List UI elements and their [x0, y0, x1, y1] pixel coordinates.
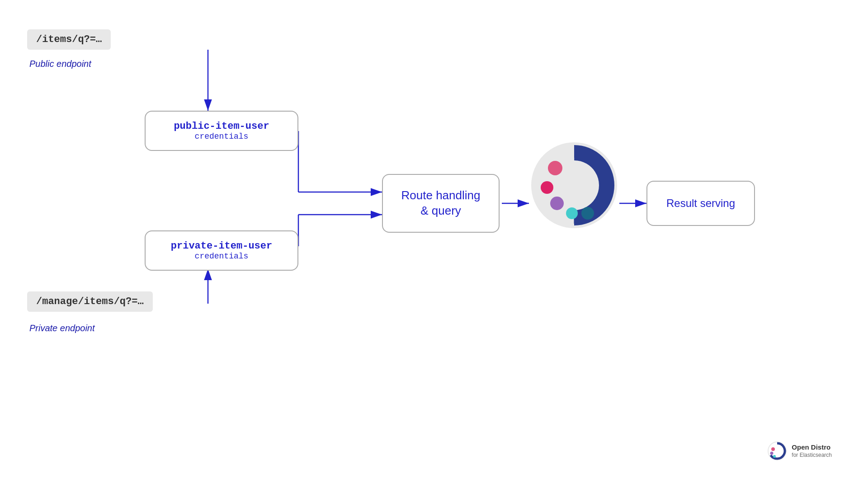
public-endpoint-sublabel: Public endpoint [29, 59, 91, 69]
public-cred-line2: credentials [195, 132, 249, 141]
result-serving-box: Result serving [646, 181, 755, 226]
result-serving-text: Result serving [666, 197, 735, 210]
svg-point-19 [773, 455, 776, 458]
diagram-container: /items/q?=… Public endpoint public-item-… [0, 0, 868, 488]
svg-point-14 [581, 207, 594, 220]
private-cred-box: private-item-user credentials [145, 230, 298, 271]
svg-point-18 [770, 452, 774, 455]
public-cred-line1: public-item-user [174, 121, 269, 132]
public-endpoint-box: /items/q?=… [27, 29, 111, 50]
route-box-text: Route handling & query [401, 188, 481, 219]
svg-point-13 [566, 207, 578, 219]
public-endpoint-label: /items/q?=… [36, 34, 102, 45]
private-endpoint-label: /manage/items/q?=… [36, 296, 144, 307]
svg-point-17 [771, 447, 775, 451]
private-cred-line1: private-item-user [171, 240, 272, 252]
opendistro-logo-icon [767, 441, 787, 461]
svg-point-11 [541, 181, 553, 194]
svg-point-10 [548, 161, 562, 175]
arrows-svg [0, 0, 868, 488]
svg-point-12 [550, 197, 564, 210]
private-cred-line2: credentials [195, 252, 249, 261]
donut-chart [529, 140, 619, 232]
private-endpoint-box: /manage/items/q?=… [27, 291, 153, 312]
logo-area: Open Distro for Elasticsearch [767, 441, 832, 461]
route-handling-box: Route handling & query [382, 174, 500, 233]
logo-text: Open Distro for Elasticsearch [792, 443, 832, 459]
public-cred-box: public-item-user credentials [145, 111, 298, 151]
private-endpoint-sublabel: Private endpoint [29, 323, 95, 333]
